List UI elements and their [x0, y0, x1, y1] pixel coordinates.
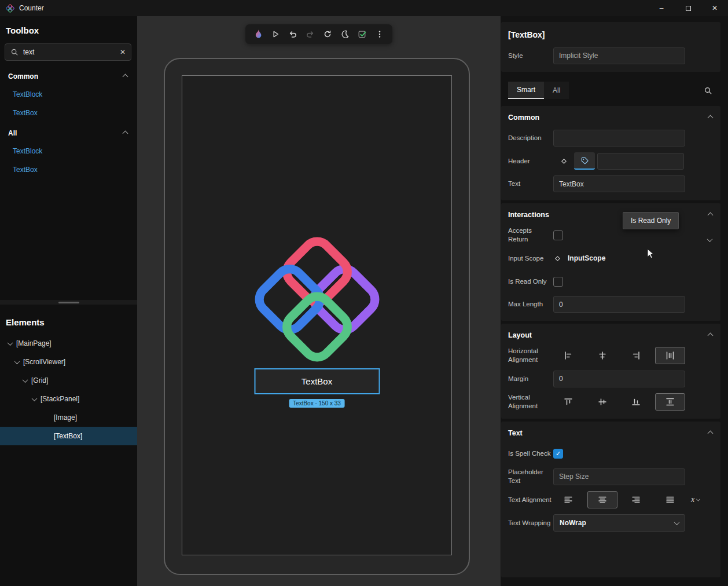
- collapse-chevron-icon[interactable]: [708, 212, 714, 218]
- tree-item-textbox[interactable]: [TextBox]: [0, 427, 137, 445]
- search-icon: [10, 48, 19, 56]
- more-vertical-icon: [375, 30, 384, 39]
- style-input[interactable]: [553, 47, 685, 64]
- design-canvas: TextBox TextBox - 150 x 33: [137, 16, 501, 586]
- toolbox-title: Toolbox: [0, 16, 137, 42]
- redo-button[interactable]: [303, 27, 318, 42]
- tab-smart[interactable]: Smart: [508, 82, 544, 99]
- properties-panel: [TextBox] Style Smart All Common Descrip…: [501, 16, 728, 586]
- section-text: Text Is Spell Check ✓ Placeholder Text T…: [501, 422, 720, 577]
- chevron-down-icon[interactable]: [23, 377, 28, 383]
- text-alignment-label: Text Alignment: [508, 496, 553, 504]
- toolbox-item-textblock[interactable]: TextBlock: [0, 85, 137, 104]
- toolbox-section-common[interactable]: Common: [0, 61, 137, 85]
- collapse-chevron-icon[interactable]: [708, 332, 714, 338]
- header-tag-button[interactable]: [574, 152, 595, 170]
- minimize-button[interactable]: –: [648, 0, 675, 16]
- canvas-textbox-control[interactable]: TextBox: [254, 368, 380, 394]
- toolbox-search-input[interactable]: [23, 48, 115, 56]
- tree-item-stackpanel[interactable]: [StackPanel]: [0, 390, 137, 408]
- collapse-chevron-icon[interactable]: [708, 430, 714, 436]
- section-layout: Layout Horizontal Alignment Margin Verti…: [501, 324, 720, 419]
- tree-item-image[interactable]: [Image]: [0, 408, 137, 427]
- properties-search-button[interactable]: [700, 82, 716, 98]
- reload-app-button[interactable]: [320, 27, 335, 42]
- placeholder-text-input[interactable]: [553, 468, 685, 485]
- is-read-only-checkbox[interactable]: [553, 277, 563, 287]
- tree-item-grid[interactable]: [Grid]: [0, 371, 137, 390]
- toolbox-item-textbox-all[interactable]: TextBox: [0, 160, 137, 179]
- v-align-bottom-button[interactable]: [621, 393, 651, 411]
- text-input[interactable]: [553, 175, 685, 192]
- panel-splitter[interactable]: [0, 300, 137, 305]
- app-logo-image[interactable]: [251, 233, 383, 365]
- text-align-left-button[interactable]: [553, 491, 583, 508]
- titlebar: Counter – ✕: [0, 0, 728, 16]
- theme-toggle-button[interactable]: [337, 27, 352, 42]
- v-align-center-button[interactable]: [587, 393, 617, 411]
- window-title: Counter: [19, 4, 44, 12]
- text-wrapping-label: Text Wrapping: [508, 519, 553, 528]
- max-length-input[interactable]: [553, 296, 685, 313]
- description-input[interactable]: [553, 130, 685, 146]
- margin-input[interactable]: [553, 371, 685, 387]
- is-spell-check-checkbox[interactable]: ✓: [553, 449, 563, 459]
- chevron-down-icon[interactable]: [32, 395, 38, 401]
- collapse-chevron-icon[interactable]: [708, 115, 714, 120]
- toolbox-panel: Toolbox ✕ Common TextBlock TextBox All T…: [0, 16, 137, 300]
- maximize-button[interactable]: [675, 0, 701, 16]
- chevron-down-icon[interactable]: [8, 340, 13, 346]
- section-layout-header[interactable]: Layout: [501, 324, 720, 344]
- chevron-up-icon: [123, 74, 128, 79]
- v-align-stretch-button[interactable]: [655, 393, 685, 411]
- play-button[interactable]: [268, 27, 283, 42]
- chevron-down-icon: [674, 519, 680, 525]
- hot-reload-flame-button[interactable]: [251, 27, 266, 42]
- is-spell-check-label: Is Spell Check: [508, 449, 553, 458]
- toolbox-section-all[interactable]: All: [0, 122, 137, 142]
- header-input[interactable]: [597, 153, 684, 170]
- left-panel: Toolbox ✕ Common TextBlock TextBox All T…: [0, 16, 137, 586]
- text-wrapping-select[interactable]: NoWrap: [553, 514, 685, 532]
- more-options-button[interactable]: [372, 27, 387, 42]
- chevron-down-icon[interactable]: [14, 358, 20, 364]
- h-align-stretch-button[interactable]: [655, 347, 685, 364]
- design-toolbar: [245, 24, 392, 44]
- align-left-icon: [564, 351, 573, 360]
- toolbox-search[interactable]: ✕: [5, 43, 131, 61]
- text-align-center-button[interactable]: [587, 491, 617, 508]
- h-align-left-button[interactable]: [553, 347, 583, 364]
- align-top-icon: [564, 397, 573, 406]
- align-stretch-icon: [666, 351, 675, 360]
- more-properties-expander[interactable]: [704, 235, 715, 245]
- tag-icon: [580, 156, 589, 165]
- text-align-right-button[interactable]: [621, 491, 651, 508]
- undo-button[interactable]: [285, 27, 300, 42]
- tab-all[interactable]: All: [544, 82, 569, 99]
- header-binding-button[interactable]: [553, 152, 574, 170]
- header-label: Header: [508, 157, 553, 166]
- vertical-alignment-label: Vertical Alignment: [508, 393, 553, 411]
- tree-item-mainpage[interactable]: [MainPage]: [0, 334, 137, 353]
- section-text-header[interactable]: Text: [501, 422, 720, 442]
- section-interactions-header[interactable]: Interactions: [501, 203, 720, 224]
- toolbox-item-textblock-all[interactable]: TextBlock: [0, 142, 137, 160]
- input-scope-value[interactable]: InputScope: [568, 254, 605, 262]
- text-align-left-icon: [564, 495, 573, 504]
- description-label: Description: [508, 134, 553, 142]
- inspector-header-card: [TextBox] Style: [501, 22, 720, 72]
- accepts-return-checkbox[interactable]: [553, 230, 563, 240]
- validation-button[interactable]: [355, 27, 370, 42]
- v-align-top-button[interactable]: [553, 393, 583, 411]
- h-align-center-button[interactable]: [587, 347, 617, 364]
- toolbox-item-textbox[interactable]: TextBox: [0, 104, 137, 122]
- close-button[interactable]: ✕: [701, 0, 728, 16]
- text-align-justify-button[interactable]: [655, 491, 685, 508]
- section-common-header[interactable]: Common: [501, 106, 720, 126]
- chevron-down-icon: [696, 497, 700, 501]
- h-align-right-button[interactable]: [621, 347, 651, 364]
- tree-item-scrollviewer[interactable]: [ScrollViewer]: [0, 353, 137, 371]
- clear-search-icon[interactable]: ✕: [120, 48, 126, 56]
- accepts-return-label: Accepts Return: [508, 226, 553, 244]
- x-property-dropdown[interactable]: x: [691, 495, 700, 504]
